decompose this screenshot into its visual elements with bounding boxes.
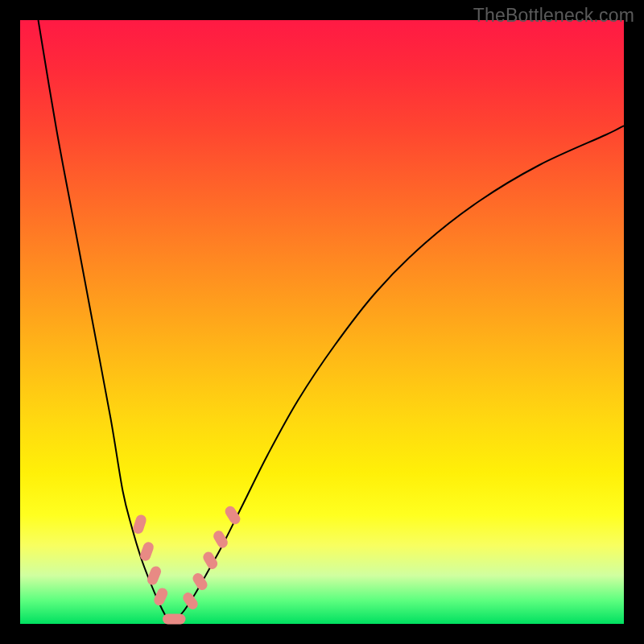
- marker-pill: [201, 550, 220, 571]
- marker-pill: [181, 591, 200, 612]
- chart-svg: [20, 20, 624, 624]
- marker-pill: [132, 514, 148, 535]
- marker-pill: [163, 614, 186, 625]
- marker-pill: [152, 586, 169, 607]
- marker-pill: [212, 529, 230, 550]
- watermark-text: TheBottleneck.com: [473, 5, 634, 27]
- chart-container: TheBottleneck.com: [0, 0, 644, 644]
- curve-right: [171, 126, 625, 624]
- marker-pill: [223, 504, 242, 526]
- curve-left: [39, 20, 171, 624]
